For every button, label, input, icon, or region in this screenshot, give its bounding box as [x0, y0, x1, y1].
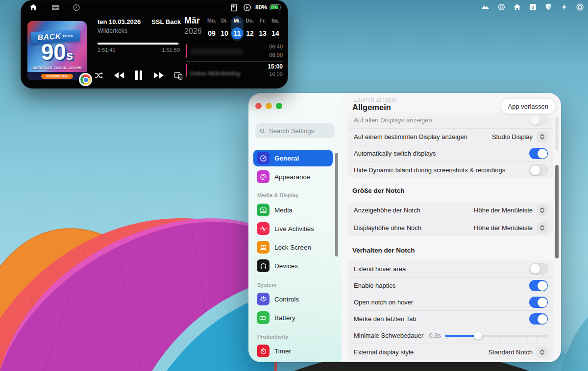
globe-icon[interactable] — [497, 2, 506, 11]
settings-row[interactable]: Enable haptics — [348, 277, 553, 294]
settings-row[interactable]: Auf allen Displays anzeigen — [348, 112, 553, 128]
device-mirror-icon[interactable] — [230, 3, 238, 11]
sidebar-item-timer[interactable]: Timer — [253, 343, 333, 359]
minimize-button[interactable] — [266, 103, 272, 109]
select-stepper[interactable] — [537, 205, 548, 216]
select-stepper[interactable] — [537, 131, 548, 142]
calendar-day[interactable]: Do.12 — [244, 16, 256, 41]
notch-tab-timer-icon[interactable] — [72, 3, 81, 12]
calendar-week: Mo.09 Di.10 Mi.11 Do.12 Fr.13 Sa.14 — [205, 16, 282, 41]
event-end: 08:00 — [269, 52, 283, 58]
toggle-off[interactable] — [529, 115, 548, 126]
timer-icon — [257, 345, 270, 357]
content-scrollbar[interactable] — [555, 165, 559, 258]
notch-tab-home-icon[interactable] — [29, 3, 38, 12]
track-artist: Wilderkeks — [98, 27, 127, 34]
sidebar-item-devices[interactable]: Devices — [253, 257, 333, 274]
track-times: 1:51:41 1:51:59 — [98, 47, 180, 53]
event-start: 06:40 — [269, 44, 283, 49]
select-stepper[interactable] — [537, 222, 548, 233]
calendar-day[interactable]: Di.10 — [218, 16, 231, 41]
progress-bar[interactable] — [98, 43, 180, 45]
content-scrollbar-track[interactable] — [555, 116, 559, 151]
sidebar-item-general[interactable]: General — [253, 150, 333, 166]
sidebar-item-appearance[interactable]: Appearance — [253, 168, 333, 185]
calendar-day[interactable]: Sa.14 — [269, 16, 282, 41]
calendar-month: Mär — [184, 16, 200, 26]
shuffle-icon[interactable] — [95, 71, 103, 81]
s-app-icon[interactable]: S — [528, 2, 537, 11]
zoom-button[interactable] — [276, 103, 282, 109]
settings-row[interactable]: Automatically switch displays — [348, 145, 553, 162]
settings-row[interactable]: Hide Dynamic Island during screenshots &… — [348, 162, 553, 178]
notch-panel: 80% BACKTO THE 90s DIENSTAGS VON 18 - 20… — [21, 0, 288, 89]
station-logo: sunshine live — [27, 72, 87, 80]
event-title: Online NDA Briefing — [190, 70, 240, 76]
sidebar-item-media[interactable]: Media — [253, 202, 333, 218]
play-circle-icon[interactable] — [243, 3, 251, 11]
search-input[interactable] — [268, 127, 330, 135]
event-color-bar — [186, 44, 187, 58]
search-field[interactable] — [255, 123, 335, 138]
calendar-day[interactable]: Fr.13 — [256, 16, 269, 41]
sidebar-item-controls[interactable]: Controls — [253, 291, 333, 307]
quit-app-button[interactable]: App verlassen — [501, 99, 555, 114]
settings-group-behavior: Extend hover area Enable haptics Open no… — [348, 260, 553, 360]
home-icon[interactable] — [513, 2, 521, 11]
settings-group-display: Auf allen Displays anzeigen Auf einem be… — [348, 112, 553, 178]
shield-icon[interactable] — [544, 2, 553, 11]
sidebar-section-media-display: Media & Display — [257, 192, 298, 198]
slider-knob[interactable] — [474, 332, 482, 340]
toggle-on[interactable] — [529, 297, 548, 308]
calendar-event[interactable]: 15:00 Online NDA Briefing 16:00 — [186, 63, 283, 80]
battery-percent: 80% — [255, 3, 267, 11]
settings-row[interactable]: Open notch on hover — [348, 294, 553, 310]
menu-bar-status-icons: S — [481, 1, 584, 12]
settings-row[interactable]: Displayhöhe ohne Noch Höhe der Menüleist… — [348, 219, 553, 236]
sidebar-section-system: System — [257, 282, 276, 288]
hover-duration-slider[interactable] — [445, 332, 548, 340]
toggle-on[interactable] — [529, 280, 548, 291]
svg-text:S: S — [531, 4, 534, 10]
notch-tab-tray-icon[interactable] — [51, 3, 60, 12]
sidebar-item-battery[interactable]: Battery — [253, 309, 333, 326]
artwork-tagline: DIENSTAGS VON 18 - 20 UHR — [27, 66, 87, 70]
media-controls — [95, 69, 183, 84]
sidebar-item-live-activities[interactable]: Live Activities — [253, 220, 333, 237]
section-title-notch-behavior: Verhalten der Notch — [352, 247, 415, 254]
calendar-day[interactable]: Mo.09 — [205, 16, 218, 41]
sidebar-item-lock-screen[interactable]: Lock Screen — [253, 239, 333, 255]
settings-row[interactable]: Minimale Schwebedauer 0,3s — [348, 327, 553, 344]
controls-knob-icon — [257, 293, 270, 305]
toggle-on[interactable] — [529, 313, 548, 325]
toggle-off[interactable] — [529, 164, 548, 176]
close-button[interactable] — [255, 103, 262, 109]
chrome-icon — [80, 74, 91, 85]
calendar-year: 2026 — [184, 27, 202, 36]
power-icon[interactable] — [575, 2, 584, 11]
album-art[interactable]: BACKTO THE 90s DIENSTAGS VON 18 - 20 UHR… — [27, 21, 87, 80]
output-device-icon[interactable] — [174, 71, 183, 82]
section-title-notch-size: Größe der Notch — [352, 187, 405, 194]
settings-row[interactable]: External display style Standard Notch — [348, 344, 553, 360]
battery-sidebar-icon — [257, 311, 270, 324]
chrome-app-badge[interactable] — [79, 73, 92, 86]
calendar-event[interactable]: 06:40 08:00 — [186, 44, 283, 59]
select-stepper[interactable] — [537, 347, 548, 358]
toggle-off[interactable] — [529, 263, 548, 275]
mountains-icon[interactable] — [481, 2, 490, 11]
sidebar-section-productivity: Productivity — [257, 334, 289, 340]
sidebar-scrollbar[interactable] — [335, 153, 338, 256]
settings-row[interactable]: Auf einem bestimmten Display anzeigen St… — [348, 128, 553, 145]
appearance-palette-icon — [257, 170, 270, 183]
rewind-icon[interactable] — [114, 72, 124, 81]
settings-row[interactable]: Anzeigehöhe der Notch Höhe der Menüleist… — [348, 202, 553, 219]
settings-row[interactable]: Merke den letzten Tab — [348, 310, 553, 327]
settings-row[interactable]: Extend hover area — [348, 260, 553, 277]
event-divider — [186, 61, 283, 62]
bolt-icon[interactable] — [560, 2, 568, 11]
calendar-day-selected[interactable]: Mi.11 — [231, 16, 244, 41]
toggle-on[interactable] — [529, 148, 548, 159]
forward-icon[interactable] — [153, 72, 164, 81]
pause-icon[interactable] — [134, 70, 143, 83]
